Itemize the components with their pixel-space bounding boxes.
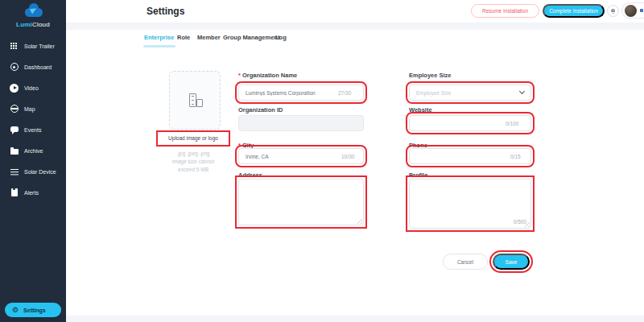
- avatar: [625, 5, 637, 17]
- sidebar-nav: Solar Trailer Dashboard Video Map Events…: [0, 35, 66, 203]
- sidebar-item-events[interactable]: Events: [0, 119, 66, 140]
- plane-icon: [30, 6, 38, 14]
- website-label: Website: [409, 106, 432, 114]
- save-button[interactable]: Save: [493, 254, 530, 270]
- phone-counter: 0/15: [510, 154, 521, 159]
- chevron-down-icon: [519, 89, 525, 94]
- upload-hint-size-1: image size cannot: [159, 159, 228, 164]
- profile-label: Profile: [409, 171, 427, 179]
- notification-bell-icon[interactable]: [607, 5, 619, 17]
- cancel-button[interactable]: Cancel: [443, 254, 488, 270]
- city-counter: 10/30: [341, 154, 354, 159]
- address-label: Address: [238, 171, 262, 179]
- page-title: Settings: [147, 6, 184, 17]
- divider-strip: [66, 23, 644, 30]
- clipboard-icon: [10, 188, 19, 197]
- logo-upload-dropzone[interactable]: [169, 71, 221, 130]
- list-icon: [10, 167, 19, 176]
- sidebar-item-video[interactable]: Video: [0, 77, 66, 98]
- organization-name-counter: 27/30: [338, 90, 351, 96]
- settings-tabs: Enterprise Role Member Group Management …: [66, 30, 644, 48]
- divider-strip-bottom: [66, 316, 644, 322]
- cloud-logo-icon: [25, 8, 43, 17]
- resume-installation-button[interactable]: Resume Installation: [471, 4, 539, 18]
- tab-log[interactable]: Log: [275, 34, 287, 41]
- sidebar-item-solar-device[interactable]: Solar Device: [0, 161, 66, 182]
- sidebar-item-settings[interactable]: ⚙ Settings: [5, 303, 61, 317]
- brand-name: LumiCloud: [0, 21, 66, 28]
- upload-hint-size-2: exceed 5 MB: [159, 167, 228, 172]
- tab-role[interactable]: Role: [177, 34, 190, 41]
- chat-icon: [10, 126, 19, 134]
- video-icon: [10, 84, 19, 93]
- building-icon: [189, 93, 196, 107]
- sidebar: LumiCloud Solar Trailer Dashboard Video …: [0, 0, 66, 322]
- active-tab-underline: [143, 45, 175, 47]
- employee-size-select[interactable]: Employee Size: [409, 85, 531, 101]
- top-bar: Settings Resume Installation Complete In…: [66, 0, 644, 23]
- organization-name-label: *Organization Name: [238, 72, 297, 79]
- sidebar-item-dashboard[interactable]: Dashboard: [0, 56, 66, 77]
- address-textarea[interactable]: [238, 179, 364, 225]
- tab-member[interactable]: Member: [197, 34, 221, 41]
- user-menu[interactable]: [621, 2, 644, 19]
- profile-field-wrap: 0/500: [409, 179, 531, 229]
- folder-icon: [10, 147, 19, 155]
- upload-image-button[interactable]: Upload image or logo: [159, 133, 228, 144]
- profile-counter: 0/500: [514, 219, 526, 225]
- settings-page: LumiCloud Solar Trailer Dashboard Video …: [0, 0, 644, 322]
- grid-icon: [10, 42, 19, 51]
- tab-enterprise[interactable]: Enterprise: [144, 34, 174, 41]
- employee-size-label: Employee Size: [409, 72, 452, 79]
- organization-id-label: Organization ID: [238, 106, 283, 114]
- address-field-wrap: [238, 179, 364, 225]
- sidebar-item-solar-trailer[interactable]: Solar Trailer: [0, 35, 66, 56]
- globe-icon: [10, 105, 19, 114]
- user-name-redacted: [640, 9, 644, 12]
- sidebar-item-alerts[interactable]: Alerts: [0, 182, 66, 203]
- complete-installation-button[interactable]: Complete Installation: [543, 4, 605, 18]
- organization-id-input: [238, 115, 364, 131]
- employee-size-placeholder: Employee Size: [416, 90, 520, 96]
- sidebar-item-archive[interactable]: Archive: [0, 140, 66, 161]
- app-logo: LumiCloud: [0, 0, 66, 32]
- sidebar-item-map[interactable]: Map: [0, 98, 66, 119]
- gauge-icon: [10, 63, 19, 72]
- website-counter: 0/100: [506, 121, 518, 126]
- gear-icon: ⚙: [12, 307, 19, 314]
- building-icon-small: [196, 99, 203, 107]
- tab-group-management[interactable]: Group Management: [223, 34, 279, 41]
- bell-glyph: [611, 9, 615, 13]
- upload-hint-formats: .jpg .jpeg .png: [159, 151, 228, 156]
